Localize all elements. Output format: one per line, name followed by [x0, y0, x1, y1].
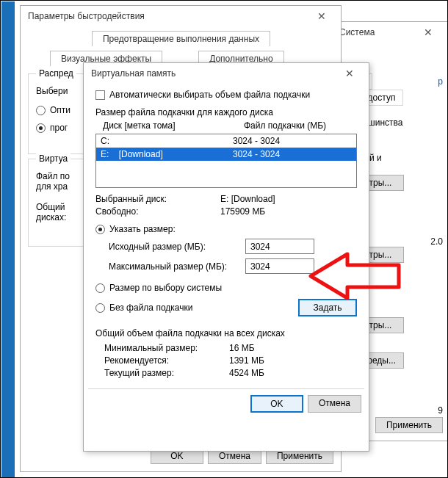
radio-system-managed[interactable]	[95, 283, 105, 293]
sys-ver-2: 2.0	[430, 236, 443, 247]
drive-size: 3024 - 3024	[233, 149, 280, 159]
desktop-background	[1, 1, 15, 477]
system-title: Система	[339, 27, 375, 37]
auto-manage-label: Автоматически выбирать объем файла подка…	[109, 90, 310, 100]
list-item[interactable]: C: 3024 - 3024	[96, 134, 356, 148]
radio-no-paging-label: Без файла подкачки	[109, 303, 192, 313]
initial-size-label: Исходный размер (МБ):	[109, 242, 206, 252]
initial-size-input[interactable]	[245, 239, 314, 254]
max-size-label: Максимальный размер (МБ):	[109, 261, 227, 272]
system-titlebar: Система ✕	[332, 22, 447, 43]
sys-apply-btn[interactable]: Применить	[375, 417, 443, 433]
sys-ver-r: р	[438, 76, 443, 87]
list-item[interactable]: E: [Download] 3024 - 3024	[96, 148, 356, 161]
group-scheduling-label: Распред	[36, 68, 76, 79]
vm-title: Виртуальная память	[91, 68, 176, 79]
free-value: 175909 МБ	[220, 206, 357, 217]
min-value: 16 МБ	[229, 343, 357, 353]
free-label: Свободно:	[95, 206, 220, 217]
drive-size: 3024 - 3024	[233, 136, 280, 146]
drive-letter: E:	[101, 149, 109, 159]
col-file: Файл подкачки (МБ)	[244, 120, 326, 131]
vm-titlebar: Виртуальная память ✕	[84, 63, 369, 84]
max-size-input[interactable]	[245, 258, 314, 274]
close-icon[interactable]: ✕	[307, 10, 336, 22]
radio-system-managed-label: Размер по выбору системы	[109, 283, 222, 293]
col-drive: Диск [метка тома]	[103, 120, 244, 131]
vm-ok-button[interactable]: OK	[250, 395, 303, 413]
close-icon[interactable]: ✕	[413, 26, 443, 38]
close-icon[interactable]: ✕	[335, 68, 364, 79]
drive-list[interactable]: C: 3024 - 3024 E: [Download] 3024 - 3024	[95, 134, 357, 188]
rec-value: 1391 МБ	[229, 355, 357, 366]
auto-manage-checkbox[interactable]	[95, 90, 105, 100]
tab-dep[interactable]: Предотвращение выполнения данных	[92, 31, 270, 46]
total-heading: Общий объем файла подкачки на всех диска…	[95, 328, 357, 338]
radio-custom-size-label: Указать размер:	[109, 224, 176, 234]
cur-value: 4524 МБ	[229, 368, 357, 378]
radio-programs-label: прог	[50, 123, 68, 133]
selected-drive-label: Выбранный диск:	[95, 194, 220, 204]
vm-cancel-button[interactable]: Отмена	[308, 395, 361, 413]
radio-optimize[interactable]	[36, 106, 46, 115]
radio-custom-size[interactable]	[95, 225, 105, 234]
per-drive-heading: Размер файла подкачки для каждого диска	[95, 107, 357, 117]
sys-ver-9: 9	[438, 405, 443, 416]
radio-no-paging[interactable]	[95, 303, 105, 313]
selected-drive-value: E: [Download]	[220, 194, 357, 204]
cur-label: Текущий размер:	[104, 368, 229, 378]
min-label: Минимальный размер:	[104, 343, 229, 353]
radio-optimize-label: Опти	[50, 105, 71, 115]
group-vm-label: Виртуа	[36, 153, 71, 164]
rec-label: Рекомендуется:	[104, 355, 229, 366]
perf-title: Параметры быстродействия	[28, 11, 145, 21]
drive-letter: C:	[101, 136, 109, 146]
perf-titlebar: Параметры быстродействия ✕	[21, 6, 341, 26]
set-button[interactable]: Задать	[298, 299, 357, 316]
radio-programs[interactable]	[36, 123, 46, 133]
virtual-memory-window: Виртуальная память ✕ Автоматически выбир…	[83, 62, 369, 452]
